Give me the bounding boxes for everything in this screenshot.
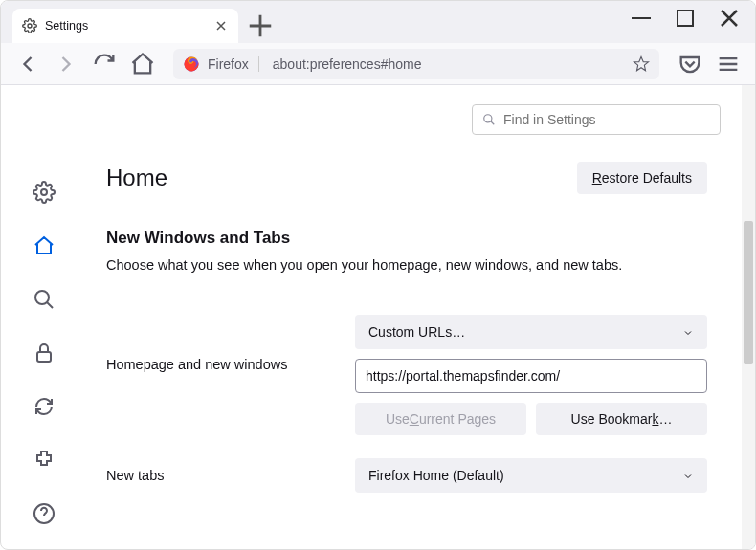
svg-rect-1 [678, 11, 693, 26]
newtabs-label: New tabs [106, 468, 355, 483]
sidebar-privacy-icon[interactable] [33, 341, 56, 364]
url-identity: Firefox [208, 56, 259, 72]
newtabs-dropdown[interactable]: Firefox Home (Default) [355, 458, 707, 493]
chevron-down-icon [682, 326, 694, 338]
restore-defaults-button[interactable]: Restore Defaults [577, 162, 707, 194]
tab-title: Settings [45, 19, 206, 33]
back-button[interactable] [14, 51, 41, 77]
newtabs-value: Firefox Home (Default) [368, 468, 504, 483]
svg-point-4 [35, 291, 49, 304]
svg-point-7 [484, 115, 492, 122]
url-text: about:preferences#home [267, 56, 625, 72]
section-description: Choose what you see when you open your h… [106, 255, 707, 275]
use-bookmark-button[interactable]: Use Bookmark… [536, 403, 707, 435]
scrollbar-thumb[interactable] [744, 221, 753, 364]
find-in-settings-input[interactable] [503, 112, 710, 127]
homepage-mode-value: Custom URLs… [368, 324, 465, 340]
sidebar-general-icon[interactable] [33, 181, 56, 204]
close-window-button[interactable] [707, 3, 751, 33]
svg-point-3 [41, 189, 47, 195]
close-icon[interactable] [213, 18, 229, 33]
chevron-down-icon [682, 470, 694, 481]
reload-button[interactable] [91, 51, 118, 77]
svg-rect-5 [37, 352, 51, 362]
firefox-icon [183, 55, 200, 73]
sidebar-search-icon[interactable] [33, 288, 56, 311]
search-icon [482, 113, 496, 126]
menu-button[interactable] [715, 51, 742, 77]
url-bar[interactable]: Firefox about:preferences#home [173, 49, 659, 79]
gear-icon [22, 18, 37, 33]
svg-point-0 [28, 24, 32, 28]
vertical-scrollbar[interactable] [742, 85, 755, 550]
section-heading: New Windows and Tabs [106, 229, 707, 248]
sidebar-sync-icon[interactable] [33, 395, 56, 418]
find-in-settings[interactable] [472, 104, 721, 135]
homepage-mode-dropdown[interactable]: Custom URLs… [355, 315, 707, 349]
home-button[interactable] [129, 51, 156, 77]
bookmark-star-icon[interactable] [633, 55, 650, 73]
tab-settings[interactable]: Settings [12, 9, 238, 43]
sidebar-home-icon[interactable] [33, 234, 56, 257]
pocket-button[interactable] [677, 51, 703, 77]
minimize-button[interactable] [619, 3, 663, 33]
new-tab-button[interactable] [246, 11, 275, 40]
homepage-url-input[interactable] [355, 359, 707, 393]
maximize-button[interactable] [663, 3, 707, 33]
sidebar-help-icon[interactable] [33, 502, 56, 525]
use-current-pages-button[interactable]: Use Current Pages [355, 403, 526, 435]
sidebar-extensions-icon[interactable] [33, 449, 56, 472]
forward-button[interactable] [53, 51, 79, 77]
homepage-label: Homepage and new windows [106, 315, 355, 372]
page-title: Home [106, 165, 167, 191]
